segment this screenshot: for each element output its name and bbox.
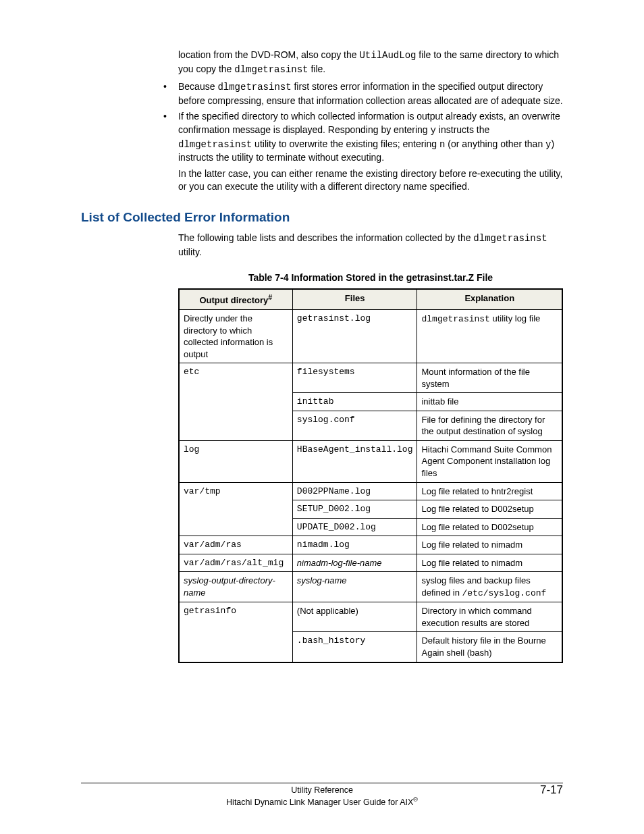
table-row: var/tmpD002PPName.logLog file related to… xyxy=(179,482,562,500)
table-header: Files xyxy=(292,289,417,309)
table-cell-file: SETUP_D002.log xyxy=(292,500,417,519)
code-text: y xyxy=(431,125,436,136)
table-cell-file: filesystems xyxy=(292,363,417,393)
section-heading: List of Collected Error Information xyxy=(81,210,563,225)
table-cell-file: nimadm.log xyxy=(292,536,417,554)
table-cell-file: inittab xyxy=(292,393,417,411)
text: Hitachi Dynamic Link Manager User Guide … xyxy=(226,798,413,807)
superscript: # xyxy=(268,293,272,301)
list-item: • If the specified directory to which co… xyxy=(163,110,563,194)
text: Output directory xyxy=(199,295,268,305)
table-cell-exp: Directory in which command execution res… xyxy=(417,602,562,632)
table-cell-file: (Not applicable) xyxy=(292,602,417,632)
table-row: Directly under the directory to which co… xyxy=(179,310,562,363)
table-cell-file: syslog-name xyxy=(292,572,417,602)
table-cell-dir: etc xyxy=(179,363,292,441)
text: (or anything other than xyxy=(445,138,545,149)
table-cell-dir: log xyxy=(179,440,292,482)
table-cell-file: getrasinst.log xyxy=(292,310,417,363)
table-cell-file: nimadm-log-file-name xyxy=(292,554,417,572)
table-row: var/adm/rasnimadm.logLog file related to… xyxy=(179,536,562,554)
text: utility to overwrite the existing files;… xyxy=(252,138,439,149)
table-cell-file: .bash_history xyxy=(292,632,417,662)
intro-paragraph: location from the DVD-ROM, also copy the… xyxy=(178,49,563,76)
footer-subtitle: Hitachi Dynamic Link Manager User Guide … xyxy=(81,796,563,807)
table-cell-exp: Log file related to D002setup xyxy=(417,518,562,536)
text: location from the DVD-ROM, also copy the xyxy=(178,49,359,60)
table-cell-exp: inittab file xyxy=(417,393,562,411)
table-cell-dir: var/adm/ras xyxy=(179,536,292,554)
table-cell-exp: syslog files and backup files defined in… xyxy=(417,572,562,602)
footer-rule xyxy=(81,783,563,783)
table-cell-exp: Hitachi Command Suite Common Agent Compo… xyxy=(417,440,562,482)
table-header-row: Output directory# Files Explanation xyxy=(179,289,562,309)
table-cell-exp: File for defining the directory for the … xyxy=(417,411,562,440)
table-block: Table 7-4 Information Stored in the getr… xyxy=(178,272,563,662)
code-text: dlmgetrasinst xyxy=(178,139,252,150)
table-cell-dir: Directly under the directory to which co… xyxy=(179,310,292,363)
text: instructs the xyxy=(436,124,489,135)
table-cell-file: syslog.conf xyxy=(292,411,417,440)
table-cell-exp: Default history file in the Bourne Again… xyxy=(417,632,562,662)
page-number: 7-17 xyxy=(540,783,563,797)
table-body: Directly under the directory to which co… xyxy=(179,310,562,662)
sub-paragraph: In the latter case, you can either renam… xyxy=(178,167,563,194)
text: utility. xyxy=(178,246,202,257)
table-row: etcfilesystemsMount information of the f… xyxy=(179,363,562,393)
bullet-block: • Because dlmgetrasinst first stores err… xyxy=(178,80,563,194)
footer-title: Utility Reference xyxy=(291,785,353,795)
registered-mark: ® xyxy=(413,796,418,803)
table-cell-file: D002PPName.log xyxy=(292,482,417,500)
page-footer: Utility Reference 7-17 Hitachi Dynamic L… xyxy=(81,783,563,807)
info-table: Output directory# Files Explanation Dire… xyxy=(178,288,563,662)
code-text: dlmgetrasinst xyxy=(217,82,291,93)
table-row: var/adm/ras/alt_mignimadm-log-file-nameL… xyxy=(179,554,562,572)
table-cell-file: HBaseAgent_install.log xyxy=(292,440,417,482)
text: The following table lists and describes … xyxy=(178,232,473,243)
table-row: getrasinfo(Not applicable)Directory in w… xyxy=(179,602,562,632)
table-cell-dir: var/tmp xyxy=(179,482,292,536)
bullet-list: • Because dlmgetrasinst first stores err… xyxy=(178,80,563,194)
table-cell-exp: Log file related to D002setup xyxy=(417,500,562,519)
code-text: dlmgetrasinst xyxy=(234,64,308,75)
table-cell-exp: dlmgetrasinst utility log file xyxy=(417,310,562,363)
lead-block: The following table lists and describes … xyxy=(178,232,563,259)
table-cell-exp: Log file related to nimadm xyxy=(417,554,562,572)
table-cell-exp: Log file related to nimadm xyxy=(417,536,562,554)
table-header: Explanation xyxy=(417,289,562,309)
table-row: syslog-output-directory-namesyslog-names… xyxy=(179,572,562,602)
table-caption: Table 7-4 Information Stored in the getr… xyxy=(178,272,563,283)
table-cell-dir: getrasinfo xyxy=(179,602,292,662)
text: If the specified directory to which coll… xyxy=(178,111,560,135)
table-cell-file: UPDATE_D002.log xyxy=(292,518,417,536)
code-text: UtilAudLog xyxy=(359,50,416,61)
table-cell-dir: syslog-output-directory-name xyxy=(179,572,292,602)
table-header: Output directory# xyxy=(179,289,292,309)
table-cell-exp: Log file related to hntr2regist xyxy=(417,482,562,500)
table-cell-exp: Mount information of the file system xyxy=(417,363,562,393)
bullet-icon: • xyxy=(163,80,167,94)
text: Because xyxy=(178,81,217,92)
table-row: logHBaseAgent_install.logHitachi Command… xyxy=(179,440,562,482)
lead-paragraph: The following table lists and describes … xyxy=(178,232,563,259)
table-cell-dir: var/adm/ras/alt_mig xyxy=(179,554,292,572)
page: location from the DVD-ROM, also copy the… xyxy=(0,0,644,834)
list-item: • Because dlmgetrasinst first stores err… xyxy=(163,80,563,107)
intro-block: location from the DVD-ROM, also copy the… xyxy=(178,49,563,76)
footer-row: Utility Reference 7-17 xyxy=(81,785,563,795)
code-text: dlmgetrasinst xyxy=(473,233,547,244)
bullet-icon: • xyxy=(163,110,167,124)
text: file. xyxy=(308,63,326,74)
